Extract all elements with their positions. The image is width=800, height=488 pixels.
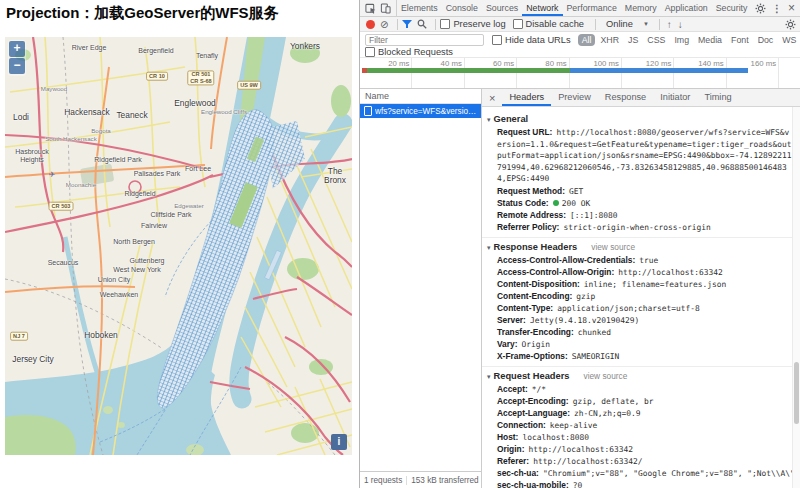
network-settings-gear-icon[interactable] (785, 19, 796, 30)
status-item: 153 kB transferred (407, 476, 481, 485)
section-header[interactable]: ▾Response Headersview source (482, 240, 792, 254)
attribution-button[interactable]: i (331, 434, 347, 450)
request-name: wfs?service=WFS&version=1.1.0&re… (375, 107, 481, 116)
blocked-requests-group: Blocked Requests (365, 47, 453, 57)
section-header[interactable]: ▾General (482, 112, 792, 126)
header-name: Accept-Language: (497, 408, 570, 418)
header-name: Vary: (497, 339, 518, 349)
header-name: Server: (497, 315, 526, 325)
close-details-icon[interactable]: × (482, 92, 502, 104)
map-canvas[interactable]: ✈ YonkersRiver EdgeBergenfieldTenaflyMay… (5, 37, 352, 455)
preserve-log-checkbox[interactable] (440, 19, 450, 29)
devtools-tab-application[interactable]: Application (661, 0, 712, 16)
request-row[interactable]: wfs?service=WFS&version=1.1.0&re… (360, 104, 481, 118)
filter-pill-img[interactable]: Img (670, 34, 693, 46)
devtools-right-icons: ⋮ × (752, 3, 800, 14)
section-title: Response Headers (494, 242, 578, 252)
header-value: 200 OK (562, 199, 591, 208)
header-value: ?0 (573, 481, 583, 488)
details-tab-timing[interactable]: Timing (697, 89, 738, 106)
section-header[interactable]: ▾Request Headersview source (482, 369, 792, 383)
blocked-requests-checkbox[interactable] (365, 47, 375, 57)
hide-data-urls-checkbox[interactable] (492, 35, 502, 45)
filter-input[interactable] (365, 34, 484, 46)
throttling-value: Online (606, 19, 633, 29)
filter-pill-xhr[interactable]: XHR (596, 34, 623, 46)
devtools-tab-console[interactable]: Console (442, 0, 482, 16)
timeline-tick: 20 ms (360, 58, 412, 88)
filter-pill-ws[interactable]: WS (778, 34, 800, 46)
airport-icon: ✈ (49, 170, 56, 179)
map-zoom-control: + − (8, 40, 26, 76)
devtools-close-icon[interactable]: × (788, 3, 795, 13)
header-name: Accept: (497, 384, 528, 394)
header-item: Connection:keep-alive (482, 420, 792, 431)
devtools-tab-strip: ElementsConsoleSourcesNetworkPerformance… (397, 0, 752, 16)
details-tab-headers[interactable]: Headers (502, 89, 551, 106)
filter-funnel-icon[interactable] (402, 19, 412, 29)
devtools-tab-elements[interactable]: Elements (397, 0, 442, 16)
filter-pill-media[interactable]: Media (694, 34, 726, 46)
filter-pill-css[interactable]: CSS (643, 34, 669, 46)
details-tab-strip: × HeadersPreviewResponseInitiatorTiming (482, 89, 800, 107)
header-item: Origin:http://localhost:63342 (482, 444, 792, 455)
scrollbar-thumb[interactable] (794, 362, 799, 424)
name-column-header[interactable]: Name (360, 89, 481, 104)
header-name: Access-Control-Allow-Credentials: (497, 255, 635, 265)
headers-content: ▾GeneralRequest URL:http://localhost:808… (482, 107, 792, 488)
filter-pill-all[interactable]: All (578, 34, 596, 46)
device-toolbar-icon[interactable] (380, 3, 391, 14)
header-name: sec-ch-ua: (497, 468, 539, 478)
header-name: Connection: (497, 420, 546, 430)
header-name: Origin: (497, 444, 524, 454)
timeline-tick: 100 ms (570, 58, 622, 88)
import-har-icon[interactable]: ↑ (667, 19, 672, 30)
record-button[interactable] (366, 20, 375, 29)
devtools-tab-security[interactable]: Security (712, 0, 752, 16)
details-tab-preview[interactable]: Preview (551, 89, 598, 106)
view-source-link[interactable]: view source (591, 242, 635, 252)
header-value: keep-alive (550, 421, 598, 430)
filter-pill-doc[interactable]: Doc (754, 34, 778, 46)
inspect-element-icon[interactable] (365, 3, 376, 14)
header-item: Referer:http://localhost:63342/ (482, 456, 792, 467)
toolbar-separator (659, 19, 660, 30)
devtools-tab-sources[interactable]: Sources (482, 0, 522, 16)
header-item: Request Method:GET (482, 186, 792, 197)
header-value: strict-origin-when-cross-origin (563, 223, 710, 232)
details-tab-response[interactable]: Response (598, 89, 653, 106)
search-icon[interactable] (417, 19, 427, 29)
export-har-icon[interactable]: ↓ (678, 19, 683, 30)
timeline-segment-green (367, 68, 570, 73)
header-value: [::1]:8080 (570, 211, 618, 220)
zoom-out-button[interactable]: − (9, 58, 25, 74)
header-value: GET (569, 187, 583, 196)
header-item: Server:Jetty(9.4.18.v20190429) (482, 315, 792, 326)
more-options-kebab-icon[interactable]: ⋮ (772, 3, 782, 14)
filter-pill-js[interactable]: JS (624, 34, 642, 46)
header-value: gzip (576, 292, 595, 301)
devtools-tab-performance[interactable]: Performance (563, 0, 621, 16)
header-item: Status Code:200 OK (482, 198, 792, 209)
document-icon (364, 106, 372, 116)
clear-requests-icon[interactable]: ⊘ (380, 19, 388, 30)
details-tab-initiator[interactable]: Initiator (653, 89, 697, 106)
section-title: Request Headers (494, 371, 570, 381)
network-overview-timeline[interactable]: 20 ms40 ms60 ms80 ms100 ms120 ms140 ms16… (360, 58, 800, 89)
devtools-panel: ElementsConsoleSourcesNetworkPerformance… (359, 0, 800, 488)
view-source-link[interactable]: view source (583, 371, 627, 381)
filter-pill-font[interactable]: Font (727, 34, 753, 46)
throttling-dropdown[interactable]: Online ▼ (606, 19, 649, 29)
zoom-in-button[interactable]: + (9, 41, 25, 57)
header-item: X-Frame-Options:SAMEORIGIN (482, 351, 792, 362)
devtools-tab-network[interactable]: Network (522, 0, 562, 16)
road-shield: CR 10 (146, 72, 168, 81)
timeline-tick: 120 ms (622, 58, 674, 88)
header-value: Jetty(9.4.18.v20190429) (530, 316, 639, 325)
toolbar-separator (435, 19, 436, 30)
settings-gear-icon[interactable] (755, 3, 766, 14)
toolbar-separator (397, 19, 398, 30)
devtools-tab-memory[interactable]: Memory (621, 0, 661, 16)
disable-cache-checkbox[interactable] (513, 19, 523, 29)
header-name: Accept-Encoding: (497, 396, 569, 406)
